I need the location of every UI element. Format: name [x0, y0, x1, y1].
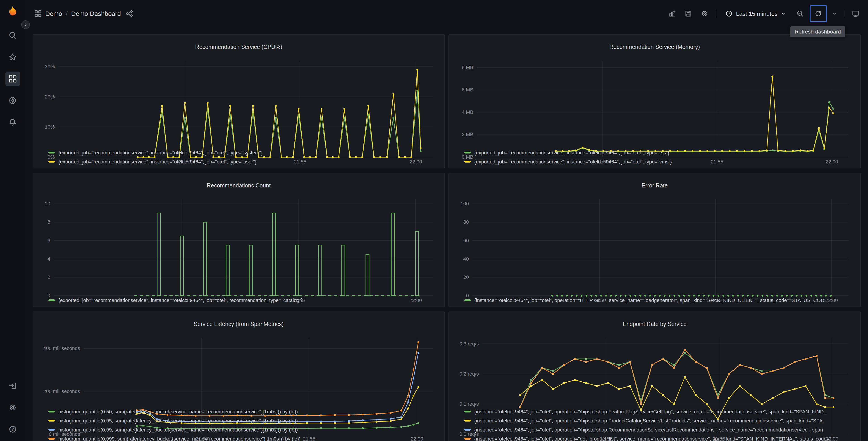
- legend-label: {instance="otelcol:9464", job="otel", op…: [474, 418, 823, 423]
- legend-item[interactable]: {exported_job="recommendationservice", i…: [49, 296, 439, 305]
- panel-title[interactable]: Recommendation Service (CPU%): [38, 42, 439, 52]
- legend-swatch: [464, 299, 471, 301]
- error-rate-chart[interactable]: 02040608010021:5021:5522:00: [454, 196, 855, 295]
- dashboard-breadcrumb-icon: [34, 10, 42, 17]
- sign-in-icon: [9, 382, 17, 390]
- svg-text:400 milliseconds: 400 milliseconds: [43, 346, 80, 351]
- sidebar-expand-button[interactable]: [21, 20, 30, 29]
- legend-swatch: [464, 429, 471, 431]
- star-icon: [9, 53, 17, 61]
- legend-label: {instance="otelcol:9464", job="otel", op…: [474, 436, 830, 441]
- legend-item[interactable]: {exported_job="recommendationservice", i…: [464, 148, 855, 157]
- legend-item[interactable]: histogram_quantile(0.999, sum(rate(laten…: [49, 434, 439, 441]
- endpoint-rate-chart[interactable]: 0.0 req/s0.1 req/s0.2 req/s0.3 req/s21:5…: [454, 334, 855, 406]
- recommendations-count-legend: {exported_job="recommendationservice", i…: [38, 295, 439, 305]
- svg-text:2: 2: [48, 274, 50, 280]
- sidebar-item-explore[interactable]: [5, 93, 20, 108]
- legend-item[interactable]: {exported_job="recommendationservice", i…: [49, 157, 439, 166]
- legend-item[interactable]: {instance="otelcol:9464", job="otel", op…: [464, 296, 855, 305]
- grafana-app: ? Demo / Demo Dashboard: [0, 0, 868, 441]
- svg-text:0.3 req/s: 0.3 req/s: [459, 341, 479, 346]
- legend-label: histogram_quantile(0.95, sum(rate(latenc…: [58, 418, 298, 423]
- cycle-view-button[interactable]: [849, 7, 863, 20]
- sidebar-item-settings[interactable]: [5, 400, 20, 415]
- latency-chart[interactable]: 0 milliseconds200 milliseconds400 millis…: [38, 334, 439, 406]
- panel-title[interactable]: Endpoint Rate by Service: [454, 319, 855, 329]
- panel-title[interactable]: Error Rate: [454, 181, 855, 191]
- panel-title[interactable]: Recommendation Service (Memory): [454, 42, 855, 52]
- legend-label: {exported_job="recommendationservice", i…: [474, 159, 672, 164]
- grafana-flame-icon: [7, 5, 19, 17]
- legend-label: histogram_quantile(0.99, sum(rate(latenc…: [58, 427, 298, 432]
- svg-text:8 MB: 8 MB: [462, 64, 473, 70]
- recommendations-count-chart[interactable]: 024681021:5021:5522:00: [38, 196, 439, 295]
- legend-swatch: [464, 420, 471, 421]
- compass-icon: [9, 96, 17, 105]
- clock-icon: [725, 10, 733, 17]
- breadcrumb-page[interactable]: Demo Dashboard: [71, 10, 121, 17]
- legend-label: {exported_job="recommendationservice", i…: [58, 150, 263, 155]
- add-panel-button[interactable]: [665, 7, 679, 20]
- sidebar-bottom: ?: [5, 379, 20, 437]
- legend-swatch: [49, 411, 55, 412]
- legend-item[interactable]: {instance="otelcol:9464", job="otel", op…: [464, 434, 855, 441]
- grafana-logo[interactable]: [6, 4, 20, 18]
- save-dashboard-button[interactable]: [682, 7, 695, 20]
- legend-item[interactable]: histogram_quantile(0.95, sum(rate(latenc…: [49, 416, 439, 425]
- svg-text:80: 80: [463, 219, 469, 225]
- panel-title[interactable]: Service Latency (from SpanMetrics): [38, 319, 439, 329]
- svg-text:200 milliseconds: 200 milliseconds: [43, 388, 80, 394]
- svg-text:40: 40: [463, 256, 469, 262]
- share-dashboard-button[interactable]: [124, 7, 134, 20]
- panel-title[interactable]: Recommendations Count: [38, 181, 439, 191]
- sidebar-item-alerting[interactable]: [5, 115, 20, 129]
- error-rate-legend: {instance="otelcol:9464", job="otel", op…: [454, 295, 855, 305]
- sidebar-item-search[interactable]: [5, 28, 20, 42]
- legend-item[interactable]: {instance="otelcol:9464", job="otel", op…: [464, 425, 855, 434]
- main-area: Demo / Demo Dashboard: [25, 0, 868, 441]
- svg-text:4: 4: [48, 256, 50, 262]
- chevron-right-icon: [24, 23, 28, 27]
- legend-item[interactable]: {exported_job="recommendationservice", i…: [49, 148, 439, 157]
- time-range-picker[interactable]: Last 15 minutes: [721, 7, 790, 20]
- svg-text:8: 8: [48, 219, 50, 225]
- endpoint-rate-legend: {instance="otelcol:9464", job="otel", op…: [454, 406, 855, 441]
- svg-text:10%: 10%: [45, 124, 55, 129]
- refresh-dashboard-button[interactable]: [810, 5, 827, 22]
- legend-label: {exported_job="recommendationservice", i…: [58, 159, 257, 164]
- legend-item[interactable]: histogram_quantile(0.50, sum(rate(latenc…: [49, 407, 439, 416]
- memory-chart[interactable]: 0 MB2 MB4 MB6 MB8 MB21:5021:5522:00: [454, 57, 855, 147]
- breadcrumb: Demo / Demo Dashboard: [34, 7, 134, 20]
- refresh-icon: [815, 10, 822, 17]
- time-range-label: Last 15 minutes: [736, 10, 777, 17]
- sidebar-item-sign-in[interactable]: [5, 379, 20, 393]
- sidebar-item-dashboards[interactable]: [5, 71, 20, 86]
- legend-label: {exported_job="recommendationservice", i…: [474, 150, 669, 155]
- legend-swatch: [464, 438, 471, 440]
- sidebar-item-starred[interactable]: [5, 50, 20, 64]
- dashboard-settings-button[interactable]: [698, 7, 711, 20]
- cpu-chart[interactable]: 0%10%20%30%21:5021:5522:00: [38, 57, 439, 147]
- legend-item[interactable]: {instance="otelcol:9464", job="otel", op…: [464, 407, 855, 416]
- legend-label: {exported_job="recommendationservice", i…: [58, 297, 303, 303]
- refresh-interval-dropdown[interactable]: [830, 7, 839, 20]
- panel-recommendation-cpu: Recommendation Service (CPU%) 0%10%20%30…: [33, 34, 445, 169]
- legend-swatch: [464, 161, 471, 163]
- legend-swatch: [464, 411, 471, 412]
- svg-text:60: 60: [463, 237, 469, 243]
- bell-icon: [9, 118, 17, 126]
- zoom-out-button[interactable]: [793, 7, 807, 20]
- svg-text:0.1 req/s: 0.1 req/s: [459, 401, 479, 407]
- legend-item[interactable]: histogram_quantile(0.99, sum(rate(latenc…: [49, 425, 439, 434]
- legend-item[interactable]: {exported_job="recommendationservice", i…: [464, 157, 855, 166]
- monitor-icon: [852, 10, 859, 17]
- legend-item[interactable]: {instance="otelcol:9464", job="otel", op…: [464, 416, 855, 425]
- breadcrumb-section[interactable]: Demo: [45, 10, 62, 17]
- gear-icon: [701, 10, 708, 17]
- sidebar-item-help[interactable]: ?: [5, 422, 20, 437]
- dashboards-grid-icon: [9, 75, 17, 83]
- sidebar: ?: [0, 0, 25, 441]
- legend-label: {instance="otelcol:9464", job="otel", op…: [474, 427, 823, 432]
- legend-swatch: [49, 161, 55, 163]
- legend-swatch: [464, 152, 471, 153]
